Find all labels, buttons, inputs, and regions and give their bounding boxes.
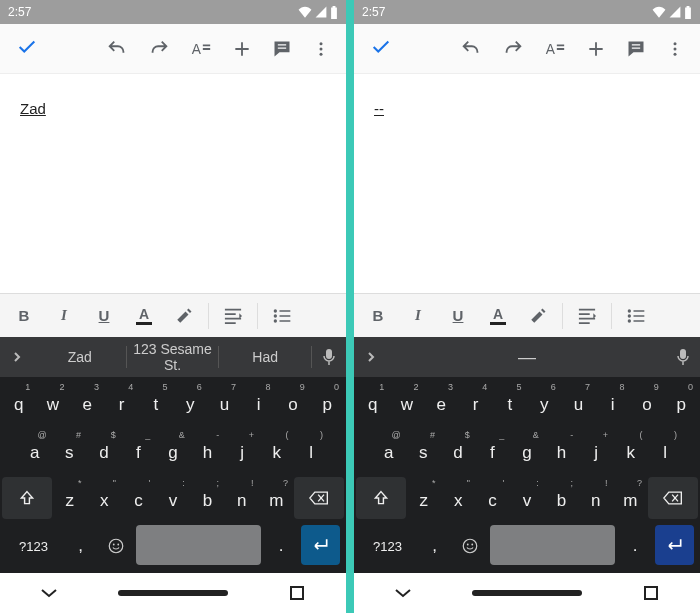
key-w[interactable]: 2w xyxy=(390,381,423,423)
overflow-button[interactable] xyxy=(656,34,694,64)
key-t[interactable]: 5t xyxy=(493,381,526,423)
nav-back-button[interactable] xyxy=(373,579,433,607)
key-w[interactable]: 2w xyxy=(36,381,69,423)
document-editor[interactable]: -- xyxy=(354,74,700,293)
underline-button[interactable]: U xyxy=(438,296,478,336)
key-h[interactable]: -h xyxy=(545,429,579,471)
key-k[interactable]: (k xyxy=(614,429,648,471)
key-c[interactable]: 'c xyxy=(476,477,509,519)
key-c[interactable]: 'c xyxy=(122,477,155,519)
highlight-button[interactable] xyxy=(164,296,204,336)
text-format-button[interactable]: A xyxy=(180,32,222,66)
voice-input-button[interactable] xyxy=(312,348,346,366)
key-a[interactable]: @a xyxy=(18,429,52,471)
redo-button[interactable] xyxy=(492,32,534,66)
key-h[interactable]: -h xyxy=(191,429,225,471)
key-y[interactable]: 6y xyxy=(174,381,207,423)
key-e[interactable]: 3e xyxy=(71,381,104,423)
key-r[interactable]: 4r xyxy=(105,381,138,423)
list-button[interactable] xyxy=(616,296,656,336)
key-p[interactable]: 0p xyxy=(311,381,344,423)
key-t[interactable]: 5t xyxy=(139,381,172,423)
insert-button[interactable] xyxy=(576,33,616,65)
text-color-button[interactable]: A xyxy=(124,296,164,336)
key-b[interactable]: ;b xyxy=(191,477,224,519)
italic-button[interactable]: I xyxy=(398,296,438,336)
suggestion-center[interactable]: — xyxy=(388,347,666,368)
list-button[interactable] xyxy=(262,296,302,336)
key-u[interactable]: 7u xyxy=(562,381,595,423)
nav-recents-button[interactable] xyxy=(267,579,327,607)
key-m[interactable]: ?m xyxy=(614,477,647,519)
bold-button[interactable]: B xyxy=(4,296,44,336)
align-button[interactable] xyxy=(567,296,607,336)
bold-button[interactable]: B xyxy=(358,296,398,336)
underline-button[interactable]: U xyxy=(84,296,124,336)
undo-button[interactable] xyxy=(450,32,492,66)
space-key[interactable] xyxy=(136,525,262,565)
align-button[interactable] xyxy=(213,296,253,336)
nav-back-button[interactable] xyxy=(19,579,79,607)
key-d[interactable]: $d xyxy=(441,429,475,471)
expand-suggestions-button[interactable] xyxy=(0,351,34,363)
document-editor[interactable]: Zad xyxy=(0,74,346,293)
shift-key[interactable] xyxy=(356,477,406,519)
emoji-key[interactable] xyxy=(454,525,485,567)
key-j[interactable]: +j xyxy=(579,429,613,471)
suggestion-2[interactable]: 123 Sesame St. xyxy=(127,346,220,368)
key-l[interactable]: )l xyxy=(648,429,682,471)
key-f[interactable]: _f xyxy=(476,429,510,471)
highlight-button[interactable] xyxy=(518,296,558,336)
redo-button[interactable] xyxy=(138,32,180,66)
text-format-button[interactable]: A xyxy=(534,32,576,66)
backspace-key[interactable] xyxy=(648,477,698,519)
key-j[interactable]: +j xyxy=(225,429,259,471)
key-s[interactable]: #s xyxy=(53,429,87,471)
nav-recents-button[interactable] xyxy=(621,579,681,607)
undo-button[interactable] xyxy=(96,32,138,66)
key-m[interactable]: ?m xyxy=(260,477,293,519)
voice-input-button[interactable] xyxy=(666,348,700,366)
insert-button[interactable] xyxy=(222,33,262,65)
overflow-button[interactable] xyxy=(302,34,340,64)
key-v[interactable]: :v xyxy=(156,477,189,519)
confirm-button[interactable] xyxy=(6,28,48,70)
key-p[interactable]: 0p xyxy=(665,381,698,423)
comma-key[interactable]: , xyxy=(65,525,96,567)
shift-key[interactable] xyxy=(2,477,52,519)
key-n[interactable]: !n xyxy=(225,477,258,519)
key-y[interactable]: 6y xyxy=(528,381,561,423)
key-q[interactable]: 1q xyxy=(356,381,389,423)
enter-key[interactable] xyxy=(301,525,340,565)
comma-key[interactable]: , xyxy=(419,525,450,567)
nav-home-button[interactable] xyxy=(472,590,582,596)
key-i[interactable]: 8i xyxy=(596,381,629,423)
symbols-key[interactable]: ?123 xyxy=(360,525,415,567)
key-d[interactable]: $d xyxy=(87,429,121,471)
space-key[interactable] xyxy=(490,525,616,565)
comment-button[interactable] xyxy=(262,33,302,65)
key-v[interactable]: :v xyxy=(510,477,543,519)
period-key[interactable]: . xyxy=(619,525,650,567)
key-n[interactable]: !n xyxy=(579,477,612,519)
key-i[interactable]: 8i xyxy=(242,381,275,423)
key-k[interactable]: (k xyxy=(260,429,294,471)
expand-suggestions-button[interactable] xyxy=(354,351,388,363)
suggestion-3[interactable]: Had xyxy=(219,346,312,368)
key-l[interactable]: )l xyxy=(294,429,328,471)
comment-button[interactable] xyxy=(616,33,656,65)
emoji-key[interactable] xyxy=(100,525,131,567)
key-g[interactable]: &g xyxy=(156,429,190,471)
key-q[interactable]: 1q xyxy=(2,381,35,423)
symbols-key[interactable]: ?123 xyxy=(6,525,61,567)
key-g[interactable]: &g xyxy=(510,429,544,471)
key-z[interactable]: *z xyxy=(407,477,440,519)
italic-button[interactable]: I xyxy=(44,296,84,336)
key-z[interactable]: *z xyxy=(53,477,86,519)
key-r[interactable]: 4r xyxy=(459,381,492,423)
backspace-key[interactable] xyxy=(294,477,344,519)
nav-home-button[interactable] xyxy=(118,590,228,596)
key-s[interactable]: #s xyxy=(407,429,441,471)
key-o[interactable]: 9o xyxy=(276,381,309,423)
period-key[interactable]: . xyxy=(265,525,296,567)
